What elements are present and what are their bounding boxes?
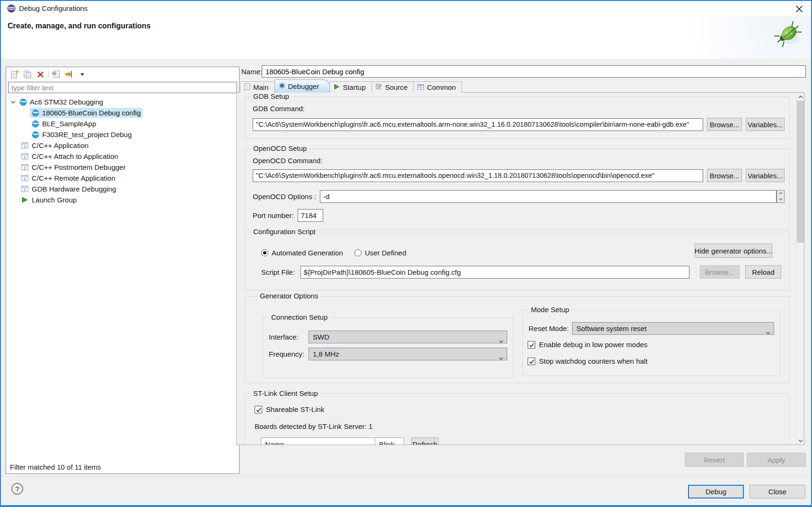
script-browse-button: Browse... (700, 265, 740, 279)
radio-selected-icon[interactable] (261, 249, 268, 256)
shareable-stlink-checkbox-row[interactable]: Shareable ST-Link (255, 405, 324, 413)
debugger-tab-content: GDB Setup GDB Command: Browse... Variabl… (236, 92, 804, 445)
tree-item-label: Ac6 STM32 Debugging (30, 98, 103, 106)
checkbox-checked-icon[interactable] (528, 341, 535, 349)
tree-item-ac6-stm32-debugging[interactable]: Ac6 STM32 Debugging (6, 96, 239, 107)
openocd-command-input[interactable] (253, 169, 703, 182)
tree-item-f303re-test-project[interactable]: F303RE_test_project Debug (6, 129, 239, 140)
tab-common[interactable]: Common (413, 81, 462, 93)
revert-button: Revert (685, 453, 744, 467)
tree-item-cpp-attach[interactable]: c C/C++ Attach to Application (6, 151, 239, 162)
generator-options-title: Generator Options (257, 292, 320, 300)
interface-label: Interface: (269, 333, 305, 341)
low-power-checkbox-row[interactable]: Enable debug in low power modes (528, 341, 647, 349)
tab-label: Source (385, 83, 408, 91)
tab-label: Common (427, 83, 456, 91)
tree-item-label: C/C++ Postmortem Debugger (32, 163, 125, 171)
options-spinner[interactable] (777, 190, 785, 203)
watchdog-checkbox-row[interactable]: Stop watchdog counters when halt (528, 357, 647, 365)
name-input[interactable] (262, 65, 806, 78)
refresh-button[interactable]: Refresh (411, 437, 439, 445)
gdb-command-input[interactable] (253, 118, 703, 131)
spinner-up-icon[interactable] (777, 191, 784, 197)
gdb-variables-button[interactable]: Variables... (746, 118, 785, 131)
radio-label: User Defined (365, 249, 406, 257)
frequency-combo[interactable]: 1,8 MHz (309, 348, 507, 360)
gdb-command-label: GDB Command: (253, 105, 305, 113)
mode-setup-title: Mode Setup (529, 306, 572, 314)
filter-input[interactable] (8, 82, 237, 93)
spinner-down-icon[interactable] (777, 196, 784, 202)
tree-item-cpp-application[interactable]: c C/C++ Application (6, 140, 239, 151)
radio-unselected-icon[interactable] (354, 249, 362, 256)
debugger-icon (279, 82, 285, 90)
tree-item-bluecoin-config[interactable]: 180605-BlueCoin Debug config (6, 107, 239, 118)
title-bar: Debug Configurations (1, 1, 811, 16)
hide-generator-options-button[interactable]: Hide generator options... (695, 244, 772, 258)
frequency-label: Frequency: (269, 350, 305, 358)
debug-button[interactable]: Debug (688, 485, 744, 498)
tree-item-label: GDB Hardware Debugging (32, 185, 116, 193)
window-title: Debug Configurations (19, 4, 88, 12)
tab-startup[interactable]: Startup (329, 81, 371, 93)
name-label: Name: (241, 68, 262, 76)
radio-automated-generation[interactable]: Automated Generation (261, 249, 343, 257)
c-application-icon: c (21, 164, 29, 171)
tab-source[interactable]: Source (371, 81, 414, 93)
checkbox-checked-icon[interactable] (528, 358, 535, 365)
content-scrollbar[interactable] (796, 93, 804, 445)
toolbar-separator (48, 70, 49, 78)
connection-setup-group: Connection Setup Interface: SWD Frequenc… (263, 317, 513, 378)
tab-debugger[interactable]: Debugger (274, 79, 330, 93)
tree-item-cpp-postmortem[interactable]: c C/C++ Postmortem Debugger (6, 162, 239, 173)
radio-user-defined[interactable]: User Defined (354, 249, 406, 257)
launch-config-globe-icon (32, 109, 39, 117)
tree-item-launch-group[interactable]: Launch Group (6, 194, 239, 205)
toolbar-menu-dropdown-icon[interactable] (78, 70, 87, 79)
chevron-down-icon (766, 328, 770, 336)
script-file-label: Script File: (261, 268, 295, 276)
openocd-browse-button[interactable]: Browse... (707, 169, 742, 182)
c-application-icon: c (21, 185, 29, 193)
port-number-input[interactable] (298, 209, 323, 222)
delete-configuration-icon[interactable] (35, 70, 45, 79)
configuration-script-group: Configuration Script Automated Generatio… (245, 232, 790, 290)
openocd-options-input[interactable] (320, 190, 777, 203)
launch-config-globe-icon (19, 98, 27, 106)
help-icon[interactable]: ? (11, 483, 23, 495)
close-button[interactable]: Close (750, 485, 805, 498)
chevron-expanded-icon[interactable] (11, 101, 18, 104)
table-header-blink: Blink (375, 437, 404, 445)
scrollbar-thumb[interactable] (797, 101, 804, 243)
reset-mode-combo[interactable]: Software system reset (572, 322, 774, 335)
filter-configurations-icon[interactable] (65, 70, 74, 79)
scroll-up-icon[interactable] (796, 93, 804, 101)
checkbox-label: Stop watchdog counters when halt (539, 357, 647, 365)
reload-button[interactable]: Reload (745, 265, 781, 279)
new-launch-configuration-icon[interactable] (10, 70, 19, 79)
port-number-label: Port number: (253, 211, 294, 219)
tree-item-gdb-hardware[interactable]: c GDB Hardware Debugging (6, 184, 239, 194)
tab-main[interactable]: Main (240, 81, 275, 93)
tree-item-ble-sampleapp[interactable]: BLE_SampleApp (6, 118, 239, 129)
collapse-all-icon[interactable] (52, 70, 62, 79)
script-file-input[interactable] (300, 266, 689, 279)
checkbox-label: Shareable ST-Link (266, 405, 324, 413)
scroll-down-icon[interactable] (796, 437, 804, 445)
checkbox-checked-icon[interactable] (255, 406, 262, 413)
launch-group-icon (21, 196, 29, 204)
tree-item-label: C/C++ Attach to Application (32, 152, 118, 160)
gdb-setup-title: GDB Setup (251, 92, 291, 100)
gdb-browse-button[interactable]: Browse... (707, 118, 742, 131)
tree-item-label: BLE_SampleApp (42, 120, 96, 128)
launch-config-globe-icon (32, 120, 39, 128)
tree-item-cpp-remote[interactable]: c C/C++ Remote Application (6, 173, 239, 184)
configurations-tree: Ac6 STM32 Debugging 180605-BlueCoin Debu… (6, 96, 239, 459)
dialog-button-bar: ? Debug Close (1, 476, 811, 505)
interface-combo[interactable]: SWD (309, 331, 507, 343)
openocd-setup-group: OpenOCD Setup OpenOCD Command: Browse...… (245, 149, 790, 230)
tab-label: Main (253, 83, 269, 91)
duplicate-configuration-icon[interactable] (23, 70, 32, 79)
close-icon[interactable] (794, 4, 804, 14)
openocd-variables-button[interactable]: Variables... (746, 169, 785, 182)
